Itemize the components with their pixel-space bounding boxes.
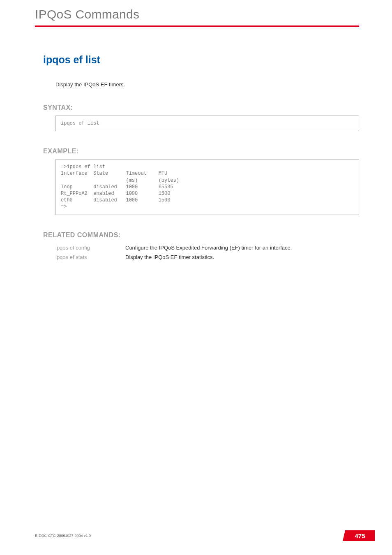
command-title: ipqos ef list <box>43 54 359 66</box>
related-command-desc: Configure the IPQoS Expedited Forwarding… <box>125 243 292 252</box>
related-command-desc: Display the IPQoS EF timer statistics. <box>125 252 292 262</box>
related-commands-label: RELATED COMMANDS: <box>43 231 359 239</box>
syntax-label: SYNTAX: <box>43 104 359 111</box>
related-command-name: ipqos ef config <box>55 243 125 252</box>
table-row: ipqos ef config Configure the IPQoS Expe… <box>55 243 292 252</box>
doc-id: E-DOC-CTC-20061027-0004 v1.0 <box>35 534 91 538</box>
page-number: 475 <box>355 532 365 539</box>
related-commands-table: ipqos ef config Configure the IPQoS Expe… <box>55 243 292 262</box>
divider <box>35 25 359 27</box>
page-footer: E-DOC-CTC-20061027-0004 v1.0 475 <box>35 530 375 541</box>
page-number-badge: 475 <box>345 530 375 541</box>
example-code: =>ipqos ef list Interface State Timeout … <box>55 159 359 215</box>
table-row: ipqos ef stats Display the IPQoS EF time… <box>55 252 292 262</box>
example-label: EXAMPLE: <box>43 148 359 155</box>
chapter-title: IPQoS Commands <box>35 7 359 21</box>
command-description: Display the IPQoS EF timers. <box>55 81 359 88</box>
syntax-code: ipqos ef list <box>55 116 359 131</box>
related-command-name: ipqos ef stats <box>55 252 125 262</box>
